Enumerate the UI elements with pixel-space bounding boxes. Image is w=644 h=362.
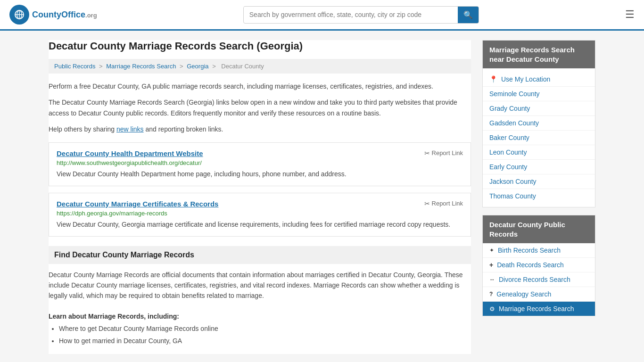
nearby-section-body: 📍 Use My Location Seminole County Grady … xyxy=(483,68,595,207)
sidebar-baker-county[interactable]: Baker County xyxy=(483,131,595,145)
gadsden-county-link[interactable]: Gadsden County xyxy=(489,119,539,127)
sidebar-birth-records[interactable]: ✦ Birth Records Search xyxy=(483,243,595,258)
breadcrumb-sep1: > xyxy=(99,63,104,70)
breadcrumb-sep2: > xyxy=(180,63,185,70)
logo-tld: .org xyxy=(85,12,97,19)
breadcrumb-public-records[interactable]: Public Records xyxy=(54,63,95,70)
new-links-link[interactable]: new links xyxy=(116,125,144,133)
nearby-section: Marriage Records Search near Decatur Cou… xyxy=(482,40,595,207)
resource-2-url[interactable]: https://dph.georgia.gov/marriage-records xyxy=(57,210,463,217)
bullet-1: Where to get Decatur County Marriage Rec… xyxy=(59,324,471,334)
report-link-2-label: Report Link xyxy=(432,200,463,207)
desc-3: Help others by sharing new links and rep… xyxy=(49,124,471,134)
birth-icon: ✦ xyxy=(489,247,494,254)
death-icon: + xyxy=(489,261,493,269)
sidebar: Marriage Records Search near Decatur Cou… xyxy=(482,40,595,354)
grady-county-link[interactable]: Grady County xyxy=(489,105,530,112)
genealogy-icon: ? xyxy=(489,291,493,297)
bullet-list: Where to get Decatur County Marriage Rec… xyxy=(49,324,471,346)
menu-icon: ☰ xyxy=(625,8,635,20)
sidebar-death-records[interactable]: + Death Records Search xyxy=(483,258,595,272)
resource-2-header: Decatur County Marriage Certificates & R… xyxy=(57,200,463,210)
baker-county-link[interactable]: Baker County xyxy=(489,134,529,141)
jackson-county-link[interactable]: Jackson County xyxy=(489,178,537,185)
leon-county-link[interactable]: Leon County xyxy=(489,148,527,156)
resource-1-header: Decatur County Health Department Website… xyxy=(57,149,463,159)
main-container: Decatur County Marriage Records Search (… xyxy=(39,40,605,354)
menu-button[interactable]: ☰ xyxy=(625,8,635,21)
resource-2: Decatur County Marriage Certificates & R… xyxy=(49,193,471,237)
sidebar-jackson-county[interactable]: Jackson County xyxy=(483,174,595,189)
thomas-county-link[interactable]: Thomas County xyxy=(489,192,536,200)
breadcrumb-marriage-records[interactable]: Marriage Records Search xyxy=(106,63,176,70)
resource-2-title[interactable]: Decatur County Marriage Certificates & R… xyxy=(57,200,218,208)
sidebar-use-my-location[interactable]: 📍 Use My Location xyxy=(483,72,595,87)
death-records-link[interactable]: Death Records Search xyxy=(497,261,564,269)
resource-1-url[interactable]: http://www.southwestgeorgiapublichealth.… xyxy=(57,159,463,166)
nearby-section-header: Marriage Records Search near Decatur Cou… xyxy=(483,41,595,68)
breadcrumb: Public Records > Marriage Records Search… xyxy=(49,59,471,74)
birth-records-link[interactable]: Birth Records Search xyxy=(498,247,561,254)
sidebar-early-county[interactable]: Early County xyxy=(483,160,595,174)
logo-text: CountyOffice.org xyxy=(32,10,97,20)
logo-office: Office xyxy=(61,10,85,19)
learn-header: Learn about Marriage Records, including: xyxy=(49,313,471,320)
location-icon: 📍 xyxy=(489,75,497,83)
sidebar-grady-county[interactable]: Grady County xyxy=(483,101,595,116)
breadcrumb-current: Decatur County xyxy=(221,63,264,70)
page-title: Decatur County Marriage Records Search (… xyxy=(49,40,471,59)
find-section-header: Find Decatur County Marriage Records xyxy=(49,246,471,264)
search-icon: 🔍 xyxy=(463,11,473,19)
header: CountyOffice.org 🔍 ☰ xyxy=(0,0,644,31)
report-link-1[interactable]: ✂ Report Link xyxy=(424,149,463,157)
use-my-location-link[interactable]: Use My Location xyxy=(501,75,550,83)
sidebar-marriage-records[interactable]: ⚙ Marriage Records Search xyxy=(483,302,595,316)
sidebar-divorce-records[interactable]: ↔ Divorce Records Search xyxy=(483,272,595,287)
desc-2: The Decatur County Marriage Records Sear… xyxy=(49,97,471,118)
report-link-2[interactable]: ✂ Report Link xyxy=(424,200,463,207)
seminole-county-link[interactable]: Seminole County xyxy=(489,90,540,98)
public-records-body: ✦ Birth Records Search + Death Records S… xyxy=(483,243,595,316)
resource-1: Decatur County Health Department Website… xyxy=(49,142,471,186)
find-section-body: Decatur County Marriage Records are offi… xyxy=(49,270,471,354)
resource-1-title[interactable]: Decatur County Health Department Website xyxy=(57,149,203,157)
find-body-text: Decatur County Marriage Records are offi… xyxy=(49,270,471,307)
search-button[interactable]: 🔍 xyxy=(458,7,479,23)
logo-area: CountyOffice.org xyxy=(9,5,97,25)
report-icon-1: ✂ xyxy=(424,149,430,157)
report-icon-2: ✂ xyxy=(424,200,430,207)
divorce-records-link[interactable]: Divorce Records Search xyxy=(499,276,570,283)
marriage-records-link[interactable]: Marriage Records Search xyxy=(499,305,574,313)
find-section-title: Find Decatur County Marriage Records xyxy=(54,251,465,259)
logo-county: County xyxy=(32,10,61,19)
content-area: Decatur County Marriage Records Search (… xyxy=(49,40,471,354)
divorce-icon: ↔ xyxy=(489,276,495,283)
public-records-header: Decatur County Public Records xyxy=(483,215,595,243)
breadcrumb-georgia[interactable]: Georgia xyxy=(187,63,208,70)
resource-2-desc: View Decatur County, Georgia marriage ce… xyxy=(57,220,463,230)
genealogy-link[interactable]: Genealogy Search xyxy=(496,290,551,298)
sidebar-gadsden-county[interactable]: Gadsden County xyxy=(483,116,595,131)
report-link-1-label: Report Link xyxy=(432,149,463,156)
sidebar-thomas-county[interactable]: Thomas County xyxy=(483,189,595,203)
marriage-icon: ⚙ xyxy=(489,305,495,313)
early-county-link[interactable]: Early County xyxy=(489,163,527,171)
sidebar-genealogy[interactable]: ? Genealogy Search xyxy=(483,287,595,302)
breadcrumb-sep3: > xyxy=(212,63,217,70)
resource-1-desc: View Decatur County Health Department ho… xyxy=(57,169,463,179)
search-bar: 🔍 xyxy=(243,6,479,24)
bullet-2: How to get married in Decatur County, GA xyxy=(59,336,471,346)
sidebar-leon-county[interactable]: Leon County xyxy=(483,145,595,160)
public-records-section: Decatur County Public Records ✦ Birth Re… xyxy=(482,215,595,316)
sidebar-seminole-county[interactable]: Seminole County xyxy=(483,87,595,101)
search-input[interactable] xyxy=(244,7,458,22)
desc-1: Perform a free Decatur County, GA public… xyxy=(49,81,471,91)
logo-icon xyxy=(9,5,29,25)
